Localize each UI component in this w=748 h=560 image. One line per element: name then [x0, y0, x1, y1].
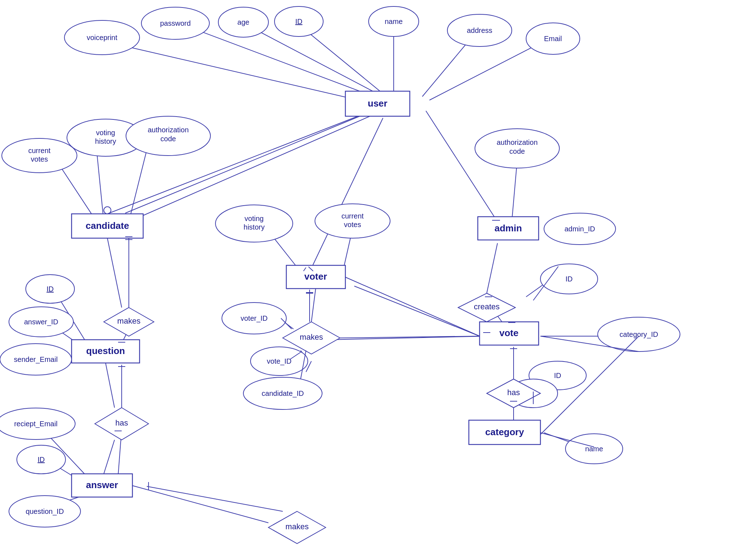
candidate-auth-code-attr-label2: code — [160, 135, 176, 143]
email-attr-label: Email — [544, 35, 562, 43]
has-vote-category-label: has — [507, 388, 520, 397]
category-entity-label: category — [485, 427, 524, 437]
svg-line-16 — [129, 150, 147, 222]
category-name-attr-label: name — [585, 445, 603, 453]
candidate-voting-history-attr-label: voting — [96, 129, 115, 137]
vote-id-makes-attr-label: vote_ID — [267, 357, 292, 365]
voter-voting-history-attr-label: voting — [244, 215, 263, 222]
svg-line-17 — [512, 161, 517, 222]
candidate-id-makes-attr-label: candidate_ID — [262, 389, 304, 398]
svg-line-13 — [426, 111, 497, 222]
voter-id-attr-label: voter_ID — [241, 314, 268, 323]
voter-entity-label: voter — [304, 271, 327, 282]
voter-current-votes-attr-label2: votes — [344, 221, 361, 229]
admin-id-attr-label: admin_ID — [564, 225, 595, 233]
svg-line-78 — [106, 363, 115, 408]
vote-id-has-attr-label: ID — [554, 372, 561, 379]
svg-line-57 — [354, 286, 480, 336]
er-diagram: user candidate voter admin vote question… — [0, 0, 748, 560]
svg-line-77 — [107, 238, 122, 308]
candidate-auth-code-attr-label: authorization — [148, 126, 189, 134]
svg-line-10 — [311, 118, 383, 268]
svg-line-55 — [147, 486, 283, 511]
candidate-current-votes-attr-label: current — [28, 147, 51, 154]
candidate-entity-label: candidate — [86, 220, 129, 231]
reciept-email-attr-label: reciept_Email — [14, 420, 57, 428]
question-id-bottom-attr-label: question_ID — [26, 507, 64, 516]
creates-admin-vote-label: creates — [474, 302, 500, 311]
user-entity-label: user — [368, 98, 388, 109]
question-id-attr-label: ID — [47, 285, 54, 293]
voter-voting-history-attr-label2: history — [244, 223, 265, 231]
svg-line-1 — [179, 23, 374, 97]
user-id-attr-label: ID — [295, 18, 302, 25]
sender-email-attr-label: sender_Email — [14, 355, 58, 364]
svg-line-2 — [243, 23, 383, 97]
has-question-answer-label: has — [115, 418, 128, 427]
makes-candidate-question-label: makes — [117, 316, 141, 325]
svg-line-15 — [97, 150, 104, 222]
age-attr-label: age — [237, 18, 249, 26]
password-attr-label: password — [160, 19, 191, 27]
admin-id-creates-attr-label: ID — [565, 275, 573, 283]
answer-id-bottom-attr-label: ID — [38, 456, 45, 463]
svg-line-6 — [429, 39, 548, 100]
svg-line-79 — [104, 440, 115, 474]
admin-auth-code-attr-label2: code — [509, 147, 525, 155]
svg-line-0 — [111, 43, 374, 104]
voter-current-votes-attr-label: current — [341, 212, 364, 220]
answer-id-attr-label: answer_ID — [24, 318, 58, 326]
candidate-voting-history-attr-label2: history — [95, 137, 116, 145]
svg-line-32 — [487, 243, 497, 293]
svg-line-80 — [132, 486, 268, 523]
answer-entity-label: answer — [86, 480, 118, 490]
address-attr-label: address — [467, 26, 492, 34]
admin-entity-label: admin — [495, 223, 522, 234]
category-id-attr-label: category_ID — [620, 330, 658, 339]
makes-voter-vote-label: makes — [300, 333, 323, 342]
question-entity-label: question — [86, 345, 125, 356]
voiceprint-attr-label: voiceprint — [87, 34, 117, 41]
candidate-current-votes-attr-label2: votes — [31, 155, 48, 163]
makes-answer-label: makes — [286, 522, 309, 531]
vote-entity-label: vote — [499, 328, 518, 338]
admin-auth-code-attr-label: authorization — [497, 138, 538, 146]
name-attr-label: name — [385, 18, 403, 25]
